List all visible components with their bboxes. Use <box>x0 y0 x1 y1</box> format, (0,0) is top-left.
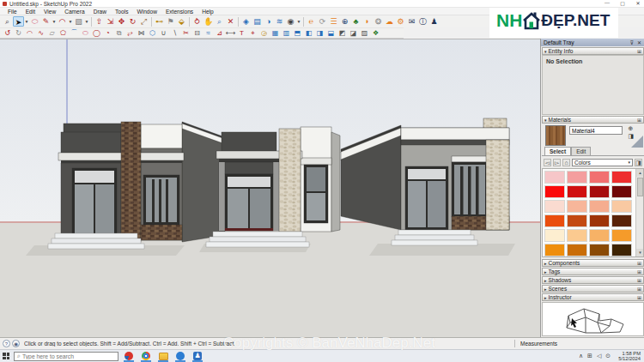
polygon-icon[interactable]: ⬠ <box>58 29 69 38</box>
menu-help[interactable]: Help <box>197 9 218 15</box>
ext-sketchucation-icon[interactable]: ℮ <box>306 16 317 27</box>
speaker-icon[interactable]: ◁ <box>597 353 601 359</box>
color-swatch-11[interactable] <box>611 200 632 213</box>
taskbar-app-chrome[interactable] <box>141 350 151 362</box>
tray-title-bar[interactable]: Default Tray ⊽ ✕ <box>541 39 644 46</box>
section-header-instructor[interactable]: ▸Instructor⊞ <box>542 293 644 301</box>
section-panel-icon[interactable]: ⊞ <box>637 294 641 300</box>
look-around-icon[interactable]: ◉ <box>285 16 296 27</box>
bezier-icon[interactable]: ⌒ <box>69 29 80 38</box>
paint-bucket-icon[interactable]: ⬙ <box>176 16 187 27</box>
select-tool-icon[interactable]: ➤ <box>13 16 24 27</box>
text3d-icon[interactable]: T <box>236 29 247 38</box>
menu-view[interactable]: View <box>39 9 60 15</box>
chevron-up-icon[interactable]: ∧ <box>579 353 583 359</box>
ext-refresh-icon[interactable]: ⟳ <box>317 16 328 27</box>
style-shaded-icon[interactable]: ◩ <box>337 29 348 38</box>
color-swatch-3[interactable] <box>611 171 632 184</box>
section-panel-icon[interactable]: ⊞ <box>637 260 641 266</box>
menu-tools[interactable]: Tools <box>111 9 132 15</box>
color-swatch-23[interactable] <box>611 244 632 256</box>
back-arrow-icon[interactable]: ◅ <box>544 159 551 166</box>
scroll-down-icon[interactable]: ▼ <box>636 249 644 256</box>
split-icon[interactable]: ⊟ <box>191 29 203 38</box>
ext-user-icon[interactable]: ♟ <box>428 16 440 27</box>
subtract-icon[interactable]: ∖ <box>169 29 180 38</box>
view-elevation-icon[interactable]: ▥ <box>281 29 292 38</box>
materials-header[interactable]: ▾ Materials ⊞ <box>542 116 644 124</box>
ext-tree-icon[interactable]: ♣ <box>350 16 361 27</box>
color-swatch-21[interactable] <box>567 244 587 256</box>
menu-extensions[interactable]: Extensions <box>161 9 197 15</box>
view-back-icon[interactable]: ◧ <box>303 29 314 38</box>
arc2-icon[interactable]: ◠ <box>24 29 35 38</box>
orbit-tool-icon[interactable]: ⥁ <box>191 16 203 27</box>
material-name-input[interactable] <box>569 126 623 135</box>
offset-tool-icon[interactable]: ⇲ <box>105 16 116 27</box>
undo-icon[interactable]: ↺ <box>2 29 13 38</box>
view-top-icon[interactable]: ⬓ <box>325 29 337 38</box>
section-header-components[interactable]: ▸Components⊞ <box>542 259 644 267</box>
close-button[interactable]: ✕ <box>634 0 642 6</box>
style-xray-icon[interactable]: ▨ <box>359 29 370 38</box>
circle-tool-icon[interactable]: ◯ <box>91 29 102 38</box>
color-swatch-19[interactable] <box>611 229 632 242</box>
palette-scrollbar[interactable]: ▲ ▼ <box>635 169 643 256</box>
look-dropdown-icon[interactable]: ▼ <box>296 16 301 27</box>
followme-icon[interactable]: ⥂ <box>125 29 136 38</box>
pie-tool-icon[interactable]: ◔ <box>102 29 113 38</box>
color-swatch-14[interactable] <box>589 214 610 227</box>
display-icon[interactable]: ⊞ <box>587 353 592 359</box>
taskbar-app-people[interactable]: ♟ <box>192 350 203 362</box>
rotated-rect-icon[interactable]: ▱ <box>46 29 58 38</box>
color-swatch-9[interactable] <box>567 200 587 213</box>
color-swatch-12[interactable] <box>544 214 565 227</box>
material-thumbnail[interactable] <box>545 125 566 146</box>
axes-icon[interactable]: ⌖ <box>247 29 258 38</box>
create-material-icon[interactable]: ⊕ <box>628 125 634 131</box>
zoom-tool-icon[interactable]: ⌕ <box>2 16 13 27</box>
color-swatch-5[interactable] <box>567 185 587 198</box>
position-camera-icon[interactable]: ◈ <box>240 16 252 27</box>
section-header-tags[interactable]: ▸Tags⊞ <box>542 268 644 275</box>
color-swatch-18[interactable] <box>589 229 610 242</box>
ext-add-circle-icon[interactable]: ⊕ <box>339 16 350 27</box>
trim-icon[interactable]: ✂ <box>180 29 191 38</box>
help-icon[interactable]: ? <box>3 340 10 347</box>
color-swatch-17[interactable] <box>567 229 587 242</box>
tray-close-icon[interactable]: ✕ <box>637 39 641 45</box>
color-swatch-7[interactable] <box>611 185 632 198</box>
section-panel-icon[interactable]: ⊞ <box>637 268 641 275</box>
section-header-shadows[interactable]: ▸Shadows⊞ <box>542 276 644 284</box>
protractor-icon[interactable]: ◶ <box>258 29 270 38</box>
section-header-scenes[interactable]: ▸Scenes⊞ <box>542 285 644 293</box>
tape-measure-icon[interactable]: ⊷ <box>154 16 165 27</box>
view-left-icon[interactable]: ◨ <box>314 29 325 38</box>
eraser2-icon[interactable]: ⬭ <box>80 29 91 38</box>
intersect-icon[interactable]: ⋈ <box>136 29 147 38</box>
detail-menu-icon[interactable]: ◨ <box>635 159 642 166</box>
color-swatch-1[interactable] <box>567 171 587 184</box>
style-wireframe-icon[interactable]: ◪ <box>348 29 359 38</box>
text-tool-icon[interactable]: ⚑ <box>165 16 176 27</box>
dimension-icon[interactable]: ⟷ <box>225 29 236 38</box>
collections-dropdown[interactable]: Colors ▾ <box>572 159 633 166</box>
ext-terrain-icon[interactable]: ◗ <box>361 16 373 27</box>
ext-cloud-icon[interactable]: ☁ <box>384 16 395 27</box>
entity-info-header[interactable]: ▾ Entity Info ⊞ <box>542 47 644 55</box>
eraser-tool-icon[interactable]: ⬭ <box>29 16 40 27</box>
color-swatch-22[interactable] <box>589 244 610 256</box>
house-model-2[interactable] <box>206 127 340 247</box>
maximize-button[interactable]: ▢ <box>618 0 627 6</box>
shape-dropdown-icon[interactable]: ▼ <box>84 16 89 27</box>
onedrive-icon[interactable]: ⊙ <box>605 353 611 359</box>
section-panel-icon[interactable]: ⊞ <box>637 277 641 283</box>
taskbar-search[interactable]: ⌕ <box>14 352 118 361</box>
color-swatch-13[interactable] <box>567 214 587 227</box>
house-model-1[interactable] <box>48 122 225 249</box>
view-plan-icon[interactable]: ▦ <box>270 29 281 38</box>
menu-camera[interactable]: Camera <box>60 9 88 15</box>
menu-window[interactable]: Window <box>132 9 161 15</box>
color-swatch-15[interactable] <box>611 214 632 227</box>
color-swatch-2[interactable] <box>589 171 610 184</box>
